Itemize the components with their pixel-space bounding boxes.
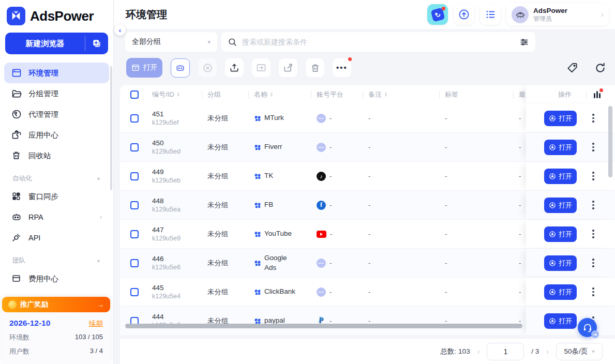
platform-value: - [329,288,332,296]
sidebar-item-apps[interactable]: 应用中心 [4,125,109,145]
env-group: 未分组 [207,172,254,181]
sidebar-item-proxies[interactable]: 代理管理 [4,104,109,125]
actions-header: 操作 [526,85,615,104]
open-button[interactable]: 打开 [544,255,577,271]
table-header: 编号/ID 分组 名称 账号平台 备注 标签 最后打开时间 操作 [120,85,615,104]
total-count: 总数: 103 [441,347,470,356]
open-button[interactable]: 打开 [544,198,577,213]
row-menu-button[interactable] [592,172,594,180]
sidebar-item-window-sync[interactable]: 窗口同步 [4,186,109,207]
sidebar-item-billing[interactable]: 费用中心 [4,268,109,289]
open-button[interactable]: 打开 [544,313,577,329]
sort-icon[interactable] [384,92,387,97]
next-page-button[interactable]: › [546,347,549,356]
task-list-button[interactable] [480,4,501,25]
robot-icon [11,212,22,222]
bulk-open-button[interactable]: 打开 [126,58,162,78]
youtube-icon [317,231,326,238]
row-menu-button[interactable] [592,230,594,238]
table-row[interactable]: 444k129u5e2 未分组 paypal P- - - - 打开 [120,307,615,335]
browser-window-icon [11,68,22,78]
column-id[interactable]: 编号/ID [152,90,207,99]
sync-button[interactable] [454,4,474,25]
table-row[interactable]: 448k129u5ea 未分组 FB f- - - - 打开 [120,191,615,220]
share-button[interactable] [279,58,297,77]
table-row[interactable]: 447k129u5e9 未分组 YouTube - - - - 打开 [120,220,615,249]
section-team[interactable]: 团队 ▾ [4,248,109,268]
sidebar-item-groups[interactable]: 分组管理 [4,83,109,104]
table-row[interactable]: 450k129u5ed 未分组 Fiverr •••- - - - 打开 [120,133,615,162]
quick-launch-button[interactable] [427,4,448,25]
row-checkbox[interactable] [130,172,139,180]
brand-name: AdsPower [30,8,94,24]
column-note[interactable]: 备注 [368,90,445,99]
table-row[interactable]: 445k129u5e4 未分组 ClickBank •••- - - - 打开 [120,278,615,307]
open-button[interactable]: 打开 [544,111,577,126]
search-input[interactable] [242,38,515,46]
sync-icon [458,8,470,21]
group-filter-select[interactable]: 全部分组 ▾ [125,32,217,52]
page-number-input[interactable] [487,343,524,360]
open-button[interactable]: 打开 [544,226,577,242]
close-all-button[interactable] [198,58,217,77]
prev-page-button[interactable]: ‹ [477,347,480,356]
table-row[interactable]: 446k129u5e6 未分组 Google Ads •••- - - - 打开 [120,249,615,278]
delete-button[interactable] [306,58,324,77]
brand-logo: AdsPower [0,0,113,29]
move-folder-icon [256,63,266,73]
renew-link[interactable]: 续期 [89,319,103,328]
row-menu-button[interactable] [592,201,594,209]
sort-icon[interactable] [270,92,273,97]
row-checkbox[interactable] [130,259,139,267]
open-button[interactable]: 打开 [544,140,577,155]
sort-icon[interactable] [177,92,180,97]
sidebar-item-trash[interactable]: 回收站 [4,145,109,166]
move-to-group-button[interactable] [252,58,271,77]
advanced-filter-icon[interactable] [519,37,529,47]
env-tag: - [445,201,519,209]
sidebar-item-environments[interactable]: 环境管理 [4,63,109,83]
horizontal-scrollbar[interactable] [125,324,522,328]
sidebar-item-label: 代理管理 [28,110,58,119]
table-row[interactable]: 451k129u5ef 未分组 MTurk •••- - - - 打开 [120,104,615,133]
referral-banner[interactable]: 推广奖励 → [2,297,110,312]
sidebar-item-label: API [28,234,40,242]
more-actions-button[interactable]: ••• [333,58,351,77]
row-checkbox[interactable] [130,288,139,296]
chrome-icon [549,173,556,180]
open-button[interactable]: 打开 [544,284,577,300]
row-menu-button[interactable] [592,287,594,296]
column-name[interactable]: 名称 [254,90,317,99]
export-upload-button[interactable] [225,58,244,77]
row-menu-button[interactable] [592,114,594,123]
select-all-checkbox[interactable] [130,90,139,99]
page-size-select[interactable]: 50条/页 ▾ [556,343,603,360]
open-button[interactable]: 打开 [544,169,577,184]
refresh-button[interactable] [591,59,609,77]
batch-create-icon[interactable] [85,33,108,54]
row-checkbox[interactable] [130,114,139,123]
chrome-icon [549,231,556,238]
account-menu[interactable]: AdsPower 管理员 › [506,3,609,26]
search-box[interactable] [221,32,535,52]
row-checkbox[interactable] [130,230,139,238]
new-browser-button[interactable]: 新建浏览器 [5,33,108,54]
sidebar-item-label: 费用中心 [28,274,58,284]
sidebar-item-api[interactable]: API [4,228,109,248]
row-checkbox[interactable] [130,143,139,151]
collapse-sidebar-button[interactable] [114,24,126,36]
rpa-task-button[interactable] [171,58,190,78]
sidebar-item-rpa[interactable]: RPA › [4,207,109,228]
platform-value: - [329,259,332,267]
row-menu-button[interactable] [592,143,594,151]
row-checkbox[interactable] [130,201,139,209]
sidebar-scrollbar[interactable] [110,66,112,190]
vertical-scrollbar[interactable] [608,106,612,177]
column-settings-button[interactable] [594,91,601,98]
support-button[interactable]: ➜ [578,318,597,337]
table-row[interactable]: 449k129u5eb 未分组 TK ♪- - - - 打开 [120,162,615,191]
tags-button[interactable] [563,59,581,77]
row-menu-button[interactable] [592,259,594,267]
env-tag: - [445,288,519,296]
section-automation[interactable]: 自动化 ▾ [4,166,109,186]
